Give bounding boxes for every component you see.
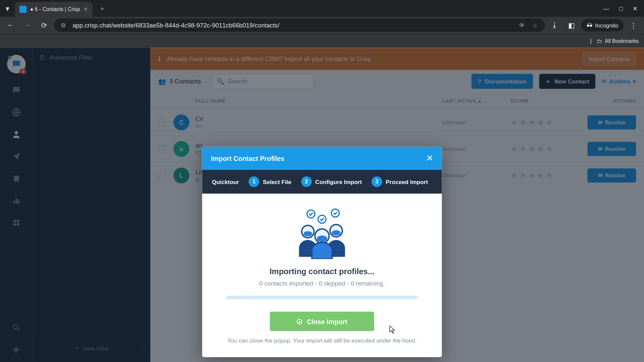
tab-close-icon[interactable]: ✕ (84, 6, 88, 12)
modal-body: Importing contact profiles... 0 contacts… (202, 194, 442, 357)
window-minimize-icon[interactable]: ― (603, 5, 609, 12)
browser-menu-icon[interactable]: ⋮ (626, 18, 640, 32)
spinner-icon: ◶ (297, 317, 302, 325)
close-import-button[interactable]: ◶ Close Import (270, 312, 374, 331)
incognito-icon: 🕶 (587, 22, 592, 28)
side-panel-icon[interactable]: ◧ (565, 18, 579, 32)
svg-point-19 (332, 230, 340, 236)
browser-toolbar: ← → ⟳ ⚙ app.crisp.chat/website/6833ae5b-… (0, 17, 644, 34)
nav-reload-button[interactable]: ⟳ (37, 18, 51, 32)
folder-icon: 🗀 (597, 38, 602, 44)
modal-steps: Quicktour 1Select File 2Configure Import… (202, 170, 442, 193)
tab-title: ● 6 - Contacts | Crisp (30, 6, 80, 12)
svg-point-18 (304, 231, 312, 237)
window-close-icon[interactable]: ✕ (633, 5, 638, 12)
tab-search-button[interactable]: ▾ (0, 0, 15, 17)
browser-tab[interactable]: ● 6 - Contacts | Crisp ✕ (15, 2, 93, 17)
address-bar[interactable]: ⚙ app.crisp.chat/website/6833ae5b-844d-4… (54, 18, 545, 32)
step-quicktour[interactable]: Quicktour (212, 178, 239, 185)
tab-favicon (19, 6, 26, 13)
step-proceed-import[interactable]: 3Proceed Import (372, 176, 428, 187)
site-settings-icon[interactable]: ⚙ (59, 22, 68, 29)
modal-close-button[interactable]: ✕ (426, 154, 433, 163)
svg-point-20 (317, 236, 327, 242)
browser-titlebar: ▾ ● 6 - Contacts | Crisp ✕ ＋ ― □ ✕ (0, 0, 644, 17)
modal-title: Import Contact Profiles (211, 155, 284, 162)
eye-off-icon[interactable]: 👁 (518, 22, 526, 29)
importing-title: Importing contact profiles... (217, 267, 427, 276)
all-bookmarks-button[interactable]: 🗀 All Bookmarks (597, 38, 639, 44)
nav-forward-button[interactable]: → (20, 18, 35, 32)
star-icon[interactable]: ☆ (531, 22, 540, 29)
import-modal: Import Contact Profiles ✕ Quicktour 1Sel… (202, 147, 442, 357)
new-tab-button[interactable]: ＋ (96, 2, 108, 15)
incognito-chip[interactable]: 🕶 Incognito (581, 19, 624, 32)
modal-hint: You can close the popup. Your import wil… (217, 337, 427, 344)
modal-header: Import Contact Profiles ✕ (202, 147, 442, 170)
import-illustration (291, 206, 353, 259)
progress-bar (226, 296, 418, 299)
step-select-file[interactable]: 1Select File (249, 176, 291, 187)
url-text: app.crisp.chat/website/6833ae5b-844d-4c9… (72, 22, 513, 29)
importing-status: 0 contacts imported - 0 skipped - 0 rema… (217, 280, 427, 287)
nav-back-button[interactable]: ← (4, 18, 18, 32)
step-configure-import[interactable]: 2Configure Import (301, 176, 362, 187)
bookmarks-bar: | 🗀 All Bookmarks (0, 34, 644, 48)
window-maximize-icon[interactable]: □ (619, 5, 623, 12)
downloads-icon[interactable]: ⭳ (548, 18, 562, 32)
